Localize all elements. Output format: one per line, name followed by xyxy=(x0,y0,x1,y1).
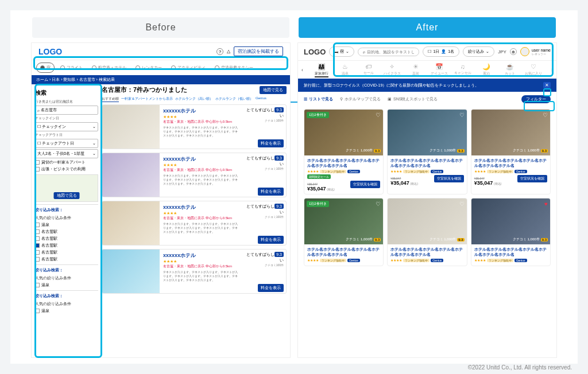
filter-item[interactable]: 名古屋駅 xyxy=(35,243,98,248)
category-ハイクラス[interactable]: ✧ハイクラス xyxy=(380,63,404,76)
category-icon: ☕ xyxy=(498,63,521,71)
filter-item[interactable]: 温泉 xyxy=(35,282,98,288)
filter-button[interactable]: フィルター xyxy=(521,95,551,103)
filter-item[interactable]: 名古屋駅 xyxy=(35,236,98,241)
tab-taxi[interactable]: 空港発着タクシー xyxy=(211,63,257,73)
result-meta: 名古屋・東京・地図に表示 中心部から0.5km xyxy=(163,167,238,173)
result-card[interactable]: xxxxxxホテル ★★★★ 名古屋・東京・地図に表示 中心部から0.5km テ… xyxy=(102,153,287,197)
tab-car[interactable]: レンタカー xyxy=(132,63,165,73)
sidebar-map[interactable]: 地図で見る xyxy=(35,174,98,202)
checkout-input[interactable]: ☐チェックアウト日⌄ xyxy=(35,139,98,148)
filter-item[interactable]: 名古屋駅 xyxy=(35,256,98,262)
category-キャンセル[interactable]: ♫キャンセル xyxy=(451,63,474,76)
date-guests-pill[interactable]: ☐1日 👤1名 xyxy=(423,46,459,57)
globe-icon[interactable]: ⊕ xyxy=(510,48,517,55)
chevron-right-icon[interactable]: › xyxy=(551,67,553,73)
hotel-card[interactable]: 1泊2食付き ♡ クチコミ 1,000件9.3 ホテル名ホテル名ホテル名ホテル名… xyxy=(304,198,384,266)
results-map-button[interactable]: 地図で見る xyxy=(260,86,287,94)
pin-icon: ⚲ xyxy=(340,97,343,102)
category-素泊[interactable]: 🌙素泊 xyxy=(474,63,498,76)
sort-item[interactable]: Genius xyxy=(256,96,266,102)
trip-check-1[interactable]: 貸切の一軒家＆アパート xyxy=(35,159,98,165)
hotel-card[interactable]: ♡ クチコミ 1,000件9.3 ホテル名ホテル名ホテル名ホテル名ホテル名ホテル… xyxy=(387,109,467,194)
category-label: ハイクラス xyxy=(384,72,401,75)
category-label: キャンセル xyxy=(454,71,471,75)
checkin-input[interactable]: ☐チェックイン⌄ xyxy=(35,122,98,131)
list-property-button[interactable]: 宿泊施設を掲載する xyxy=(234,46,283,56)
category-icon: 👨‍👩‍👧 xyxy=(310,63,333,71)
ranking-tag: ランキング強化中 xyxy=(487,259,513,262)
sort-item[interactable]: ホテルランク（低い順） xyxy=(215,96,253,102)
show-price-button[interactable]: 料金を表示 xyxy=(258,236,284,244)
sort-item[interactable]: ホテルランク（高い順） xyxy=(175,96,213,102)
map-button[interactable]: 地図で見る xyxy=(54,192,80,199)
bell-icon[interactable]: △ xyxy=(227,49,230,54)
hotel-card[interactable]: ♡ クチコミ 1,000件9.3 ホテル名ホテル名ホテル名ホテル名ホテル名ホテル… xyxy=(387,198,467,266)
hotel-card[interactable]: 1泊2食付き ♡ クチコミ 1,000件9.3 ホテル名ホテル名ホテル名ホテル名… xyxy=(304,109,384,194)
heart-icon[interactable]: ♡ xyxy=(376,112,381,118)
availability-button[interactable]: 空室状況を確認 xyxy=(434,175,464,182)
heart-icon[interactable]: ♥ xyxy=(544,201,548,207)
result-card[interactable]: xxxxxxホテル ★★★★ 名古屋・東京・地図に表示 中心部から0.5km テ… xyxy=(102,249,287,294)
filter-item[interactable]: 温泉 xyxy=(35,308,98,314)
tab-flight-hotel[interactable]: 航空券＋ホテル xyxy=(88,63,130,73)
availability-button[interactable]: 空室状況を確認 xyxy=(517,175,547,182)
category-お気に入り[interactable]: ♡お気に入り xyxy=(521,63,545,76)
chevron-left-icon[interactable]: ‹ xyxy=(301,67,303,73)
category-温泉[interactable]: ♨温泉 xyxy=(333,63,357,76)
category-pill[interactable]: 🛏宿⌄ xyxy=(329,46,354,57)
filter-item[interactable]: 名古屋駅 xyxy=(35,250,98,255)
category-label: セール xyxy=(363,71,374,75)
currency[interactable]: JPY xyxy=(498,49,506,54)
trip-check-2[interactable]: 出張・ビジネスでの利用 xyxy=(35,166,98,172)
refine-pill[interactable]: 絞り込み⌄ xyxy=(463,46,494,57)
show-price-button[interactable]: 料金を表示 xyxy=(258,284,284,292)
camera-icon: ▣ xyxy=(388,97,392,102)
price: ¥35,047 xyxy=(390,180,409,186)
tab-stay[interactable]: 宿 xyxy=(36,63,55,73)
star-rating: ★★★★ xyxy=(307,169,319,173)
heart-icon[interactable]: ♡ xyxy=(459,201,465,207)
show-price-button[interactable]: 料金を表示 xyxy=(258,188,284,196)
heart-icon[interactable]: ♡ xyxy=(376,201,381,207)
search-input[interactable] xyxy=(367,50,414,54)
close-icon[interactable]: ✕ xyxy=(543,82,551,88)
hotel-card[interactable]: ♥ クチコミ 1,000件9.3 ホテル名ホテル名ホテル名ホテル名ホテル名ホテル… xyxy=(471,198,551,266)
user-menu[interactable]: user nameレギュラー xyxy=(520,47,551,56)
help-icon[interactable]: ? xyxy=(216,48,223,55)
view-map[interactable]: ⚲ホテルマップで見る xyxy=(340,96,381,102)
result-card[interactable]: xxxxxxホテル ★★★★ 名古屋・東京・地図に表示 中心部から0.5km テ… xyxy=(102,201,287,246)
hotel-image: ♡ クチコミ 1,000件9.3 xyxy=(471,110,550,155)
filter-item[interactable]: 温泉 xyxy=(35,222,98,228)
view-sns[interactable]: ▣SNS映えスポットで見る xyxy=(388,96,438,102)
filter-item[interactable]: 名古屋駅 xyxy=(35,229,98,235)
category-家族旅行[interactable]: 👨‍👩‍👧家族旅行 xyxy=(310,63,333,76)
category-セール[interactable]: 🏷セール xyxy=(357,63,380,76)
genius-tag: Genius xyxy=(431,170,443,173)
score-badge: 9.3 xyxy=(457,238,464,241)
sort-item[interactable]: 一軒家＆アパートメントから表示 xyxy=(121,96,173,102)
search-input-wrap[interactable]: ⌕ xyxy=(358,48,419,56)
category-直前[interactable]: ☀直前 xyxy=(404,63,427,76)
sort-bar: おすすめ順 一軒家＆アパートメントから表示 ホテルランク（高い順） ホテルランク… xyxy=(102,96,287,102)
review-overlay: クチコミ 1,000件9.3 xyxy=(430,237,465,242)
price-tax: (税込) xyxy=(494,182,501,185)
hotel-card[interactable]: ♡ クチコミ 1,000件9.3 ホテル名ホテル名ホテル名ホテル名ホテル名ホテル… xyxy=(471,109,551,194)
tab-flight[interactable]: フライト xyxy=(57,63,86,73)
category-カット[interactable]: ☕カット xyxy=(498,63,521,76)
guests-input[interactable]: 大人2名・子供0名・1部屋⌄ xyxy=(35,149,98,158)
result-thumbnail xyxy=(102,201,160,245)
category-scroller: ‹ 👨‍👩‍👧家族旅行♨温泉🏷セール✧ハイクラス☀直前📅デイユース♫キャンセル🌙… xyxy=(298,61,556,79)
category-label: 直前 xyxy=(412,72,419,75)
category-デイユース[interactable]: 📅デイユース xyxy=(427,63,451,76)
heart-icon[interactable]: ♡ xyxy=(459,112,465,118)
show-price-button[interactable]: 料金を表示 xyxy=(258,139,284,147)
result-card[interactable]: xxxxxxホテル ★★★★ 名古屋・東京・地図に表示 中心部から0.5km テ… xyxy=(102,104,287,149)
tab-activity[interactable]: アクティビティ xyxy=(168,63,209,73)
view-list[interactable]: ☰リストで見る xyxy=(304,96,333,102)
sort-item[interactable]: おすすめ順 xyxy=(102,96,119,102)
score-badge: 9.3 xyxy=(374,149,381,153)
availability-button[interactable]: 空室状況を確認 xyxy=(350,181,380,188)
heart-icon[interactable]: ♡ xyxy=(543,112,548,118)
destination-input[interactable]: ⌕名古屋市 xyxy=(35,106,98,115)
